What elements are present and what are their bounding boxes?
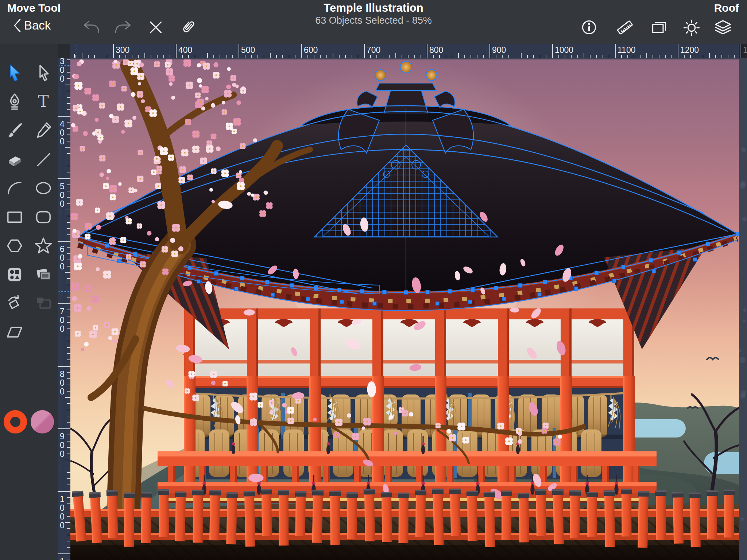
ellipse-icon [34, 179, 53, 198]
tool-palette: T [0, 44, 58, 560]
move-tool-icon [5, 63, 24, 82]
tool-brush[interactable] [4, 120, 25, 141]
stroke-color-swatch[interactable] [4, 410, 27, 433]
duplicate-icon [650, 19, 667, 36]
tool-rotate[interactable] [4, 293, 25, 314]
duplicate-button[interactable] [650, 19, 667, 36]
back-label: Back [24, 19, 51, 32]
info-button[interactable] [581, 19, 597, 36]
brush-icon [5, 121, 24, 140]
shape-library-icon [5, 265, 24, 284]
tool-rounded-rectangle[interactable] [33, 207, 54, 227]
line-icon [34, 150, 53, 169]
tool-line[interactable] [33, 149, 54, 170]
tool-direct-select[interactable] [33, 63, 54, 83]
tool-shear[interactable] [4, 322, 25, 342]
canvas[interactable] [58, 44, 747, 560]
settings-button[interactable] [683, 19, 700, 36]
document-title: Temple Illustration [0, 1, 747, 15]
scale-icon [34, 294, 53, 313]
image-icon [34, 265, 53, 284]
tool-grid: T [0, 44, 58, 346]
pen-icon [5, 92, 24, 111]
tool-star[interactable] [33, 236, 54, 256]
direct-select-icon [34, 63, 53, 82]
tool-eraser[interactable] [4, 149, 25, 170]
tool-pencil[interactable] [33, 120, 54, 141]
rotate-icon [5, 294, 24, 313]
tool-rectangle[interactable] [4, 207, 25, 227]
attach-button[interactable] [179, 19, 196, 36]
arc-icon [5, 179, 24, 198]
horizontal-ruler[interactable]: 3004005006007008009001000110012001300 [58, 44, 747, 58]
top-bar: Move Tool Temple Illustration 63 Objects… [0, 0, 747, 44]
back-chevron-icon [12, 18, 22, 34]
tool-arc[interactable] [4, 178, 25, 198]
ruler-corner [58, 44, 70, 58]
info-icon [581, 19, 597, 36]
context-label: Roof [714, 2, 739, 14]
rounded-rectangle-icon [34, 207, 53, 226]
artboard[interactable] [58, 58, 747, 560]
text-icon: T [34, 92, 53, 111]
tool-image[interactable] [33, 264, 54, 285]
color-swatches [0, 410, 58, 433]
tool-move[interactable] [4, 63, 25, 83]
tool-text[interactable]: T [33, 92, 54, 112]
star-icon [34, 236, 53, 255]
shear-icon [5, 323, 24, 342]
polygon-icon [5, 236, 24, 255]
tool-pen[interactable] [4, 92, 25, 112]
eraser-icon [5, 150, 24, 169]
undo-icon [81, 19, 101, 35]
selection-status: 63 Objects Selected - 85% [0, 15, 747, 26]
tool-polygon[interactable] [4, 236, 25, 256]
tool-shape-library[interactable] [4, 264, 25, 285]
tool-scale[interactable] [33, 293, 54, 314]
vertical-ruler[interactable]: 30040050060070080090010001100 [58, 58, 70, 560]
undo-button[interactable] [81, 19, 101, 35]
fill-color-swatch[interactable] [31, 410, 54, 433]
tool-ellipse[interactable] [33, 178, 54, 198]
measure-button[interactable] [616, 19, 634, 36]
layers-button[interactable] [713, 19, 732, 36]
paperclip-icon [179, 19, 196, 36]
deselect-button[interactable] [147, 19, 164, 36]
canvas-area[interactable] [58, 44, 747, 560]
redo-button[interactable] [113, 19, 133, 35]
rectangle-icon [5, 207, 24, 226]
pencil-icon [34, 121, 53, 140]
gear-icon [683, 19, 700, 36]
layers-icon [713, 19, 732, 36]
close-icon [147, 19, 164, 36]
svg-text:T: T [38, 92, 49, 110]
redo-icon [113, 19, 133, 35]
back-button[interactable]: Back [12, 18, 51, 34]
ruler-icon [616, 19, 634, 36]
